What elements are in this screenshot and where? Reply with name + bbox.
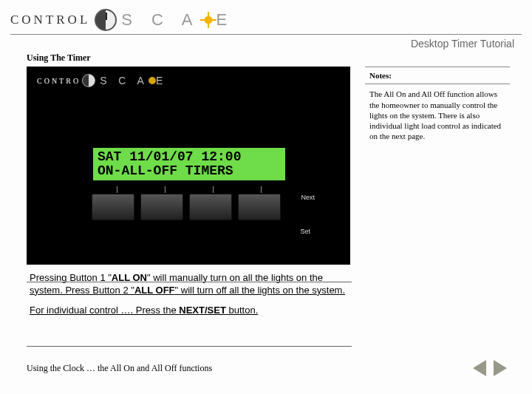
lcd-line-2: ON-ALL-OFF TIMERS (98, 164, 281, 178)
divider (27, 282, 352, 282)
bold-all-off: ALL OFF (134, 285, 175, 296)
logo-text-control: CONTROL (10, 13, 90, 27)
sun-icon (149, 77, 156, 84)
label-next: Next (301, 194, 315, 201)
device-logo: CONTRO S C A E (37, 74, 167, 87)
hw-button-2[interactable] (140, 194, 183, 220)
header-logo: CONTROL S C A E (0, 0, 532, 34)
divider (365, 67, 510, 67)
device-panel: CONTRO S C A E SAT 11/01/07 12:00 ON-ALL… (27, 67, 350, 265)
notes-body: The All On and All Off function allows t… (365, 89, 510, 141)
device-logo-scape-post: E (156, 75, 167, 86)
text: button. (226, 305, 258, 316)
hardware-button-row (92, 194, 281, 220)
footer-caption: Using the Clock … the All On and All Off… (0, 363, 473, 374)
divider (27, 346, 352, 347)
lcd-display: SAT 11/01/07 12:00 ON-ALL-OFF TIMERS (93, 148, 285, 180)
device-logo-scape: S C A E (100, 75, 167, 86)
clock-icon (95, 9, 117, 31)
page-subtitle: Desktop Timer Tutorial (0, 35, 532, 52)
hw-button-4[interactable] (238, 194, 281, 220)
device-logo-scape-pre: S C A (100, 75, 149, 86)
notes-title: Notes: (365, 69, 510, 84)
instructions: Pressing Button 1 "ALL ON" will manually… (30, 272, 355, 317)
next-arrow-icon[interactable] (494, 360, 507, 376)
logo-scape-post: E (216, 10, 235, 30)
text: For individual control …. Press the (30, 305, 179, 316)
logo-scape-pre: S C A (121, 10, 200, 30)
lcd-line-1: SAT 11/01/07 12:00 (98, 150, 281, 164)
text: " will turn off all the lights on the sy… (175, 285, 346, 296)
hw-button-3[interactable] (189, 194, 232, 220)
logo-text-scape: S C A E (121, 10, 234, 30)
prev-arrow-icon[interactable] (473, 360, 486, 376)
nav-arrows (473, 360, 532, 376)
notes-panel: Notes: The All On and All Off function a… (365, 67, 510, 265)
button-ticks: |||| (93, 185, 285, 193)
device-logo-control: CONTRO (37, 77, 81, 85)
instruction-line-2: For individual control …. Press the NEXT… (30, 305, 355, 317)
sun-icon (202, 13, 215, 27)
instruction-line-1: Pressing Button 1 "ALL ON" will manually… (30, 272, 355, 297)
hw-button-1[interactable] (92, 194, 134, 220)
label-set: Set (300, 228, 310, 235)
divider (365, 84, 510, 84)
bold-next-set: NEXT/SET (179, 305, 226, 316)
clock-icon (82, 74, 95, 87)
section-title: Using The Timer (0, 52, 532, 67)
